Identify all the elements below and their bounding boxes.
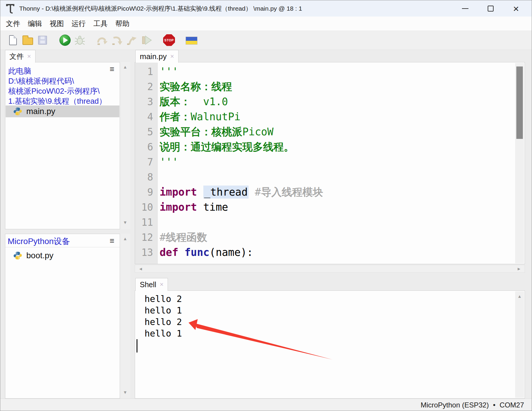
scroll-up-icon[interactable]: ▲ bbox=[515, 294, 524, 299]
thonny-window: Thonny - D:\核桃派例程代码\核桃派PicoW\02-示例程序\1.基… bbox=[0, 0, 532, 411]
port-label[interactable]: COM27 bbox=[499, 401, 524, 409]
shell-vertical-scrollbar[interactable]: ▲ bbox=[515, 291, 524, 398]
line-number: 11 bbox=[135, 215, 158, 230]
toolbar-button-run-script[interactable] bbox=[59, 33, 71, 47]
step-into-icon bbox=[111, 34, 123, 46]
code-line-9: 9import _thread #导入线程模块 bbox=[135, 185, 514, 200]
toolbar-button-new-file[interactable] bbox=[7, 33, 19, 47]
device-panel-menu-icon[interactable]: ≡ bbox=[110, 237, 114, 245]
new-file-icon bbox=[9, 35, 17, 45]
tab-shell[interactable]: Shell × bbox=[135, 278, 168, 291]
file-name: boot.py bbox=[26, 251, 53, 260]
save-file-icon bbox=[38, 36, 47, 45]
line-number: 6 bbox=[135, 139, 158, 155]
tab-close-icon[interactable]: × bbox=[170, 53, 174, 60]
toolbar-button-open-file[interactable] bbox=[22, 33, 34, 47]
editor-vertical-scrollbar[interactable] bbox=[515, 63, 524, 263]
toolbar: STOP bbox=[0, 30, 532, 50]
status-separator: • bbox=[493, 401, 495, 409]
menu-run[interactable]: 运行 bbox=[68, 17, 90, 30]
code-line-12: 12#线程函数 bbox=[135, 230, 514, 245]
code-text: 实验平台：核桃派PicoW bbox=[158, 124, 273, 139]
device-panel-header: MicroPython设备 ≡ bbox=[5, 234, 120, 247]
code-editor[interactable]: 1'''2实验名称：线程3版本： v1.04作者：WalnutPi5实验平台：核… bbox=[135, 62, 525, 264]
code-line-4: 4作者：WalnutPi bbox=[135, 109, 514, 124]
files-scrollbar[interactable]: ▲ ▼ bbox=[120, 62, 130, 229]
code-lines: 1'''2实验名称：线程3版本： v1.04作者：WalnutPi5实验平台：核… bbox=[135, 64, 514, 260]
tab-shell-label: Shell bbox=[140, 280, 156, 289]
code-text: import _thread #导入线程模块 bbox=[158, 185, 323, 200]
tab-close-icon[interactable]: × bbox=[27, 53, 31, 60]
menu-file[interactable]: 文件 bbox=[2, 17, 24, 30]
files-panel-menu-icon[interactable]: ≡ bbox=[110, 65, 114, 73]
minimize-button[interactable] bbox=[455, 0, 475, 17]
python-file-icon bbox=[13, 107, 22, 116]
tab-files-label: 文件 bbox=[9, 52, 24, 61]
file-tree-path-line: 核桃派PicoW\02-示例程序\ bbox=[8, 86, 117, 96]
files-panel: ≡ 此电脑D:\核桃派例程代码\核桃派PicoW\02-示例程序\1.基础实验\… bbox=[5, 62, 120, 229]
scroll-up-icon[interactable]: ▲ bbox=[120, 236, 130, 241]
code-line-13: 13def func(name): bbox=[135, 245, 514, 260]
scroll-right-icon[interactable]: ► bbox=[515, 266, 523, 271]
stop-restart-icon: STOP bbox=[163, 34, 175, 46]
code-line-6: 6说明：通过编程实现多线程。 bbox=[135, 139, 514, 155]
tab-files[interactable]: 文件 × bbox=[5, 50, 35, 63]
toolbar-button-debug-script[interactable] bbox=[74, 33, 86, 47]
step-over-icon bbox=[96, 34, 108, 46]
shell-output-line: hello 2 bbox=[139, 293, 182, 305]
shell-panel[interactable]: hello 2 hello 1 hello 2 hello 1 ▲ bbox=[135, 290, 525, 399]
code-text: import time bbox=[158, 200, 228, 215]
toolbar-button-save-file[interactable] bbox=[36, 33, 49, 47]
editor-horizontal-scrollbar[interactable]: ◄ ► bbox=[135, 265, 525, 273]
code-text: 版本： v1.0 bbox=[158, 94, 228, 109]
code-line-8: 8 bbox=[135, 170, 514, 185]
close-button[interactable]: × bbox=[506, 0, 526, 17]
toolbar-button-stop-restart[interactable]: STOP bbox=[163, 33, 175, 47]
code-line-11: 11 bbox=[135, 215, 514, 230]
toolbar-button-step-over[interactable] bbox=[96, 33, 108, 47]
scroll-left-icon[interactable]: ◄ bbox=[136, 266, 145, 271]
thonny-logo-icon bbox=[6, 3, 16, 14]
tab-main-py-label: main.py bbox=[140, 52, 167, 61]
line-number: 2 bbox=[135, 79, 158, 94]
line-number: 1 bbox=[135, 64, 158, 79]
scrollbar-thumb[interactable] bbox=[516, 66, 523, 139]
toolbar-button-resume[interactable] bbox=[140, 33, 153, 47]
line-number: 8 bbox=[135, 170, 158, 185]
toolbar-button-step-out[interactable] bbox=[126, 33, 138, 47]
device-scrollbar[interactable]: ▲ ▼ bbox=[120, 234, 130, 399]
text-cursor bbox=[137, 339, 137, 352]
code-text: 作者：WalnutPi bbox=[158, 109, 241, 124]
toolbar-button-ukraine-flag[interactable] bbox=[185, 33, 198, 47]
menu-help[interactable]: 帮助 bbox=[111, 17, 133, 30]
scroll-up-icon[interactable]: ▲ bbox=[120, 64, 130, 69]
tab-close-icon[interactable]: × bbox=[160, 281, 164, 288]
line-number: 3 bbox=[135, 94, 158, 109]
device-panel-title: MicroPython设备 bbox=[8, 236, 70, 247]
interpreter-selector[interactable]: MicroPython (ESP32) bbox=[421, 401, 489, 409]
file-item-main-py[interactable]: main.py bbox=[6, 105, 119, 117]
file-tree-root[interactable]: 此电脑D:\核桃派例程代码\核桃派PicoW\02-示例程序\1.基础实验\9.… bbox=[5, 62, 120, 106]
maximize-button[interactable] bbox=[481, 0, 500, 17]
scroll-down-icon[interactable]: ▼ bbox=[120, 390, 130, 395]
code-line-5: 5实验平台：核桃派PicoW bbox=[135, 124, 514, 139]
scroll-down-icon[interactable]: ▼ bbox=[120, 220, 130, 225]
title-bar: Thonny - D:\核桃派例程代码\核桃派PicoW\02-示例程序\1.基… bbox=[0, 0, 532, 17]
toolbar-button-step-into[interactable] bbox=[111, 33, 123, 47]
file-tree-computer[interactable]: 此电脑 bbox=[8, 66, 117, 76]
resume-icon bbox=[141, 34, 153, 46]
code-text: ''' bbox=[158, 64, 178, 79]
status-bar: MicroPython (ESP32) • COM27 bbox=[0, 399, 532, 411]
menu-tools[interactable]: 工具 bbox=[90, 17, 111, 30]
menu-view[interactable]: 视图 bbox=[46, 17, 68, 30]
python-file-icon bbox=[13, 251, 22, 260]
maximize-icon bbox=[488, 6, 494, 12]
code-text bbox=[158, 215, 160, 230]
file-item-boot-py[interactable]: boot.py bbox=[6, 250, 119, 261]
file-tree-path-line: D:\核桃派例程代码\ bbox=[8, 76, 117, 86]
code-line-10: 10import time bbox=[135, 200, 514, 215]
close-icon: × bbox=[513, 4, 519, 14]
tab-main-py[interactable]: main.py × bbox=[135, 50, 179, 63]
menu-edit[interactable]: 编辑 bbox=[24, 17, 46, 30]
ukraine-flag-icon bbox=[186, 37, 197, 45]
